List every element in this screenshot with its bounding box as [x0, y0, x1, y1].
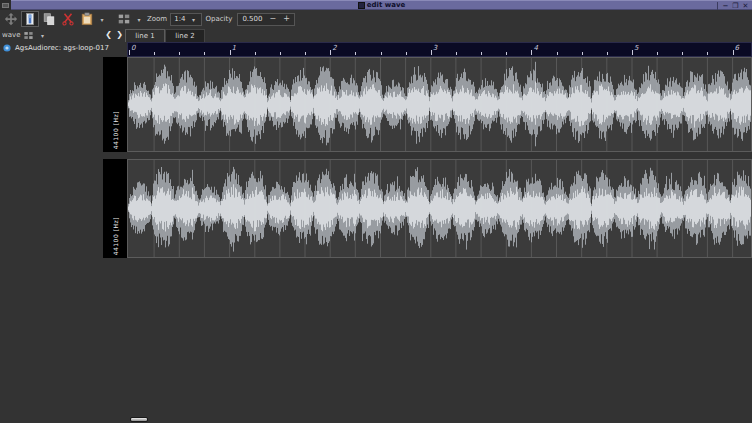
ruler-number: 0 [131, 44, 135, 52]
machine-icon [23, 30, 34, 41]
zoom-combo[interactable]: 1:4 ▾ [170, 13, 202, 26]
ruler-tick [707, 52, 708, 55]
ruler-tick [733, 50, 734, 55]
ruler-tick [657, 52, 658, 55]
ruler-number: 6 [735, 44, 739, 52]
paste-button[interactable] [78, 11, 96, 27]
tab-line-2[interactable]: line 2 [165, 29, 205, 42]
tab-line-1[interactable]: line 1 [125, 29, 165, 42]
waveform-canvas-1[interactable] [127, 57, 752, 152]
ruler-tick [330, 50, 331, 55]
copy-button[interactable] [40, 11, 58, 27]
zoom-combo-caret-icon: ▾ [188, 16, 198, 23]
ruler-tick [381, 52, 382, 55]
ruler-number: 5 [634, 44, 638, 52]
waveform-canvas-2[interactable] [127, 159, 752, 258]
wave-row-2: 44100 [Hz] [103, 159, 752, 258]
waveform-svg [128, 160, 751, 257]
samplerate-label: 44100 [Hz] [112, 217, 119, 255]
ruler-tick [682, 52, 683, 55]
cut-button[interactable] [59, 11, 77, 27]
tool-menu-dropdown-button[interactable]: ▾ [134, 16, 144, 23]
toolbar: ▾ ▾ Zoom 1:4 ▾ Opacity 0.500 − + [0, 10, 752, 28]
opacity-spinbutton[interactable]: 0.500 − + [237, 13, 294, 26]
paste-dropdown-button[interactable]: ▾ [97, 16, 107, 23]
samplerate-label-strip: 44100 [Hz] [103, 57, 127, 152]
ruler-tick [355, 52, 356, 55]
next-line-button[interactable]: ❯ [114, 29, 125, 41]
ruler-tick [582, 52, 583, 55]
ruler-tick [179, 52, 180, 55]
titlebar-bar[interactable]: edit wave − ❐ ✕ [11, 0, 752, 10]
window-menu-button[interactable] [0, 0, 11, 10]
ruler-tick [607, 52, 608, 55]
ruler-number: 2 [332, 44, 336, 52]
line-tabbar: line 1 line 2 [125, 28, 205, 42]
titlebar: edit wave − ❐ ✕ [0, 0, 752, 10]
machine-list-item-label: AgsAudiorec: ags-loop-017 [15, 44, 109, 52]
minimize-button[interactable]: − [721, 2, 730, 10]
opacity-increase-button[interactable]: + [283, 14, 290, 24]
waveform-svg [128, 58, 751, 151]
copy-icon [42, 12, 56, 26]
window-icon [358, 2, 365, 9]
ruler-tick [255, 52, 256, 55]
machine-list-item[interactable]: AgsAudiorec: ags-loop-017 [3, 44, 109, 52]
machine-selector-label: wave [2, 31, 20, 39]
edit-tool-icon [23, 12, 37, 26]
ruler-tick [129, 50, 130, 55]
ruler-tick [456, 52, 457, 55]
titlebar-divider [717, 2, 718, 10]
zoom-value: 1:4 [174, 15, 185, 23]
paste-clipboard-icon [80, 12, 94, 26]
ruler-number: 4 [533, 44, 537, 52]
opacity-label: Opacity [205, 15, 232, 23]
maximize-button[interactable]: ❐ [731, 2, 740, 10]
tool-menu-button[interactable] [115, 11, 133, 27]
zoom-label: Zoom [147, 15, 167, 23]
ruler-tick [305, 52, 306, 55]
machine-selector[interactable]: wave ▾ [0, 30, 103, 41]
close-button[interactable]: ✕ [741, 2, 750, 10]
ruler-tick [154, 52, 155, 55]
cut-scissors-icon [61, 12, 75, 26]
edit-wave-window: edit wave − ❐ ✕ [0, 0, 752, 423]
opacity-decrease-button[interactable]: − [269, 14, 276, 24]
ruler-number: 3 [433, 44, 437, 52]
ruler-tick [632, 50, 633, 55]
ruler-tick [406, 52, 407, 55]
wave-row-1: 44100 [Hz] [103, 57, 752, 152]
window-menu-icon [2, 3, 9, 8]
ruler-tick [531, 50, 532, 55]
ruler-number: 1 [232, 44, 236, 52]
ruler-tick [481, 52, 482, 55]
machine-selector-caret-icon: ▾ [37, 32, 47, 39]
timeline-ruler[interactable]: 0123456 [127, 42, 752, 57]
window-title: edit wave [367, 1, 405, 9]
opacity-value: 0.500 [242, 15, 262, 23]
edit-tool-button[interactable] [21, 11, 39, 27]
radio-selected-icon [3, 44, 11, 52]
samplerate-label: 44100 [Hz] [112, 111, 119, 149]
ruler-tick [431, 50, 432, 55]
samplerate-label-strip: 44100 [Hz] [103, 159, 127, 258]
horizontal-scrollbar-handle[interactable] [130, 417, 148, 422]
ruler-tick [280, 52, 281, 55]
prev-line-button[interactable]: ❮ [103, 29, 114, 41]
position-tool-button[interactable] [2, 11, 20, 27]
tool-menu-icon [117, 12, 131, 26]
ruler-tick [557, 52, 558, 55]
ruler-tick [506, 52, 507, 55]
ruler-tick [230, 50, 231, 55]
selector-row: wave ▾ ❮ ❯ line 1 line 2 [0, 28, 752, 42]
position-tool-icon [4, 12, 18, 26]
ruler-tick [204, 52, 205, 55]
